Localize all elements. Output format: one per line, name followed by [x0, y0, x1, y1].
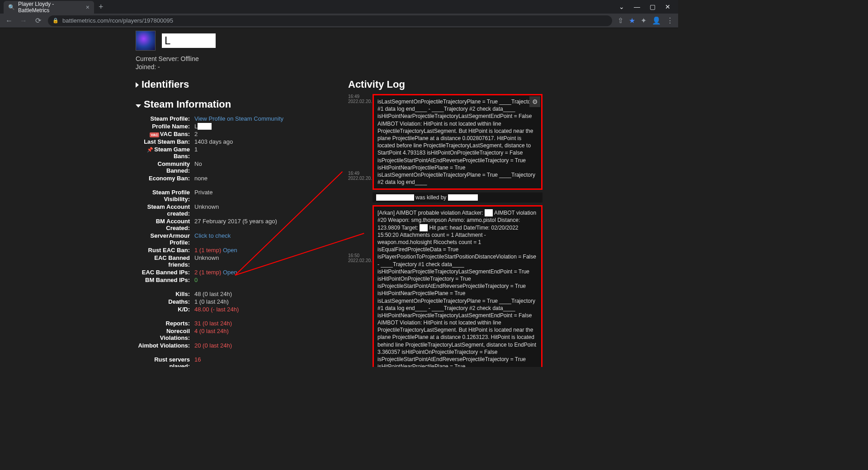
label-sa-profile: ServerArmour Profile: [136, 232, 194, 246]
dropdown-icon[interactable]: ⌄ [615, 1, 628, 12]
val-bm-created: 27 February 2017 (5 years ago) [194, 218, 277, 231]
label-steam-profile: Steam Profile: [136, 115, 194, 122]
new-tab-button[interactable]: + [94, 2, 108, 12]
label-steam-created: Steam Account created: [136, 203, 194, 217]
log-entry-2[interactable]: [Arkan] AIMBOT probable violation Attack… [373, 205, 542, 367]
val-game-bans: 1 [194, 146, 198, 160]
label-game-bans: 📌Steam Game Bans: [136, 146, 194, 160]
url-text: battlemetrics.com/rcon/players/197800095 [62, 17, 173, 24]
label-reports: Reports: [136, 320, 194, 327]
val-servers: 16 [194, 356, 201, 367]
log-text-1: isLastSegmentOnProjectileTrajectoryPlane… [377, 99, 535, 185]
profile-icon[interactable]: 👤 [652, 16, 661, 25]
maximize-button[interactable]: ▢ [646, 1, 659, 12]
browser-tab[interactable]: 🔍 Player Lloydy - BattleMetrics × [4, 1, 94, 14]
label-aimbot: Aimbot Violations: [136, 342, 194, 349]
player-name: Lxx [162, 33, 216, 48]
back-button[interactable]: ← [5, 17, 14, 25]
label-deaths: Deaths: [136, 298, 194, 305]
log-entry-1[interactable]: ⚙ isLastSegmentOnProjectileTrajectoryPla… [373, 94, 542, 190]
current-server-line: Current Server: Offline [136, 55, 542, 62]
val-profile-name: Lx [194, 123, 212, 130]
label-visibility: Steam Profile Visibility: [136, 189, 194, 202]
label-eac-ips: EAC Banned IPs: [136, 269, 194, 276]
label-norecoil: Norecoil Violations: [136, 328, 194, 341]
label-community: Community Banned: [136, 160, 194, 174]
lock-icon: 🔒 [52, 18, 59, 24]
link-open-eac[interactable]: Open [223, 247, 237, 254]
extensions-icon[interactable]: ✦ [641, 16, 646, 25]
val-eac-friends: Unknown [194, 254, 219, 268]
val-last-ban: 1403 days ago [194, 138, 233, 145]
label-profile-name: Profile Name: [136, 123, 194, 130]
player-header: Lxx [136, 31, 542, 51]
window-controls: ⌄ — ▢ ✕ [615, 1, 675, 12]
close-window-button[interactable]: ✕ [661, 1, 675, 12]
val-norecoil: 4 (0 last 24h) [194, 328, 229, 341]
bookmark-star-icon[interactable]: ★ [629, 16, 635, 25]
label-bm-created: BM Account Created: [136, 218, 194, 231]
val-kd: 48.00 (- last 24h) [194, 306, 239, 313]
label-vac-bans: VACVAC Bans: [136, 131, 194, 137]
label-kd: K/D: [136, 306, 194, 313]
label-bm-ips: BM Banned IPs: [136, 277, 194, 283]
label-servers: Rust servers played: [136, 356, 194, 367]
val-community: No [194, 160, 202, 174]
val-visibility: Private [194, 189, 212, 202]
kill-text: was killed by [415, 194, 446, 201]
label-economy: Economy Ban: [136, 175, 194, 182]
label-eac-friends: EAC Banned friends: [136, 254, 194, 268]
reload-button[interactable]: ⟳ [33, 16, 42, 25]
url-input[interactable]: 🔒 battlemetrics.com/rcon/players/1978000… [48, 15, 612, 26]
val-reports: 31 (0 last 24h) [194, 320, 232, 327]
val-kills: 48 (0 last 24h) [194, 291, 232, 297]
link-open-ips[interactable]: Open [223, 269, 237, 276]
address-bar: ← → ⟳ 🔒 battlemetrics.com/rcon/players/1… [0, 14, 678, 28]
log-text-2: Hit part: head Date/Time: 02/20/2022 15:… [377, 225, 536, 367]
val-steam-created: Unknown [194, 203, 219, 217]
menu-icon[interactable]: ⋮ [666, 16, 674, 25]
joined-line: Joined: - [136, 63, 542, 70]
val-rust-eac: 1 (1 temp) Open [194, 247, 237, 254]
label-rust-eac: Rust EAC Ban: [136, 247, 194, 254]
page-viewport[interactable]: Lxx Current Server: Offline Joined: - Id… [0, 28, 678, 367]
identifiers-header[interactable]: Identifiers [136, 79, 330, 90]
label-last-ban: Last Steam Ban: [136, 138, 194, 145]
tab-title: Player Lloydy - BattleMetrics [18, 1, 82, 14]
activity-log-header: Activity Log [348, 79, 542, 90]
vac-icon: VAC [150, 132, 159, 137]
tab-close-icon[interactable]: × [86, 4, 90, 11]
window-titlebar: 🔍 Player Lloydy - BattleMetrics × + ⌄ — … [0, 0, 678, 14]
steam-info-grid: Steam Profile:View Profile on Steam Comm… [136, 115, 330, 367]
val-economy: none [194, 175, 208, 182]
val-eac-ips: 2 (1 temp) Open [194, 269, 237, 276]
pin-icon: 📌 [147, 147, 153, 152]
player-avatar[interactable] [136, 31, 156, 51]
forward-button[interactable]: → [19, 17, 28, 25]
val-aimbot: 20 (0 last 24h) [194, 342, 232, 349]
log-timestamps: 16:49 2022.02.20. 16:49 2022.02.20. 16:5… [348, 94, 370, 367]
share-icon[interactable]: ⇧ [618, 16, 623, 25]
steam-info-header[interactable]: Steam Information [136, 99, 330, 110]
link-sa-profile[interactable]: Click to check [194, 232, 231, 246]
val-bm-ips: 0 [194, 277, 198, 283]
log-entry-kill[interactable]: xxxxxx was killed by xxx [373, 193, 542, 202]
val-vac-bans: 2 [194, 131, 198, 137]
tab-favicon: 🔍 [8, 4, 14, 10]
minimize-button[interactable]: — [630, 1, 644, 12]
link-steam-profile[interactable]: View Profile on Steam Community [194, 115, 283, 122]
gear-icon[interactable]: ⚙ [529, 96, 540, 107]
label-kills: Kills: [136, 291, 194, 297]
val-deaths: 1 (0 last 24h) [194, 298, 229, 305]
